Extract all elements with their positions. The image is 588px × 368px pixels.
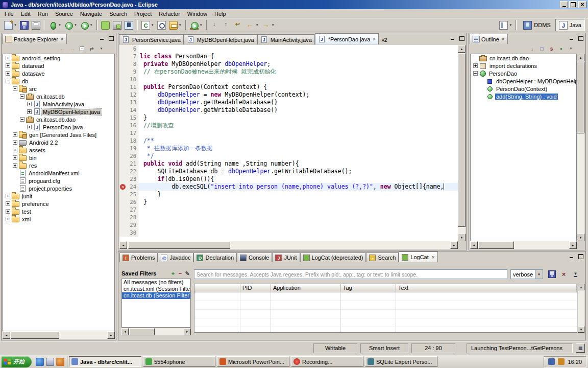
tray-icon-2[interactable] (558, 358, 565, 365)
scroll-right-icon[interactable] (569, 241, 577, 249)
add-filter-button[interactable] (169, 270, 177, 277)
code-line-10[interactable]: 10 (119, 76, 458, 83)
forward-button[interactable] (260, 19, 276, 31)
minimize-view-button[interactable] (568, 253, 575, 260)
expand-icon[interactable]: + (6, 194, 10, 198)
project-item-proguard-cfg[interactable]: proguard.cfg (3, 177, 114, 185)
back-button[interactable] (244, 19, 260, 31)
expand-icon[interactable]: + (27, 102, 32, 106)
external-tools-button[interactable] (188, 19, 204, 31)
outline-item-add-string-string-void[interactable]: add(String, String) : void (471, 93, 576, 100)
code-line-17[interactable]: 17 (119, 129, 458, 137)
view-menu-icon[interactable] (97, 44, 106, 53)
expand-icon[interactable]: + (13, 132, 17, 137)
minimize-view-button[interactable] (568, 35, 575, 42)
project-item-test[interactable]: +test (3, 208, 114, 215)
menu-file[interactable]: File (1, 10, 17, 17)
code-line-12[interactable]: 12 dbOpenHelper = new MyDBOpenHelper(con… (119, 91, 458, 99)
menu-run[interactable]: Run (34, 10, 52, 17)
internet-explorer-icon[interactable] (36, 358, 44, 366)
show-desktop-icon[interactable] (46, 358, 54, 366)
close-tab-icon[interactable] (373, 36, 376, 42)
minimize-editor-button[interactable] (449, 35, 456, 42)
code-line-28[interactable]: 28 (119, 214, 458, 221)
outline-item-import-declarations[interactable]: +import declarations (471, 62, 576, 70)
code-line-14[interactable]: 14 dbOpenHelper.getWritableDatabase() (119, 106, 458, 114)
close-view-icon[interactable] (502, 36, 505, 42)
code-line-21[interactable]: 21 public void add(String name ,String n… (119, 160, 458, 168)
tab-junit[interactable]: JUnit (272, 252, 300, 262)
expand-icon[interactable]: + (6, 63, 10, 68)
code-line-9[interactable]: 9 // 在personDao被new出来的时候 就完成初始化 (119, 68, 458, 76)
log-level-select[interactable]: verbose (510, 269, 543, 279)
android-sdk-manager-button[interactable] (111, 19, 123, 31)
tab-console[interactable]: Console (237, 252, 272, 262)
dropdown-arrow-icon[interactable] (200, 24, 203, 27)
open-type-button[interactable] (156, 19, 167, 31)
menu-search[interactable]: Search (106, 10, 131, 17)
project-item-cn-itcast-db-dao[interactable]: −cn.itcast.db.dao (3, 116, 114, 123)
expand-icon[interactable]: + (6, 56, 10, 60)
scroll-right-icon[interactable] (107, 331, 115, 339)
taskbar-window-5554-iphone[interactable]: 5554:iphone (143, 356, 215, 367)
scroll-down-icon[interactable] (577, 234, 584, 241)
scroll-up-icon[interactable] (577, 54, 584, 61)
edit-filter-button[interactable] (184, 270, 191, 277)
scroll-thumb[interactable] (11, 331, 59, 339)
outline-vertical-scrollbar[interactable] (577, 54, 584, 241)
scroll-left-icon[interactable] (121, 328, 129, 335)
code-line-24[interactable]: 24 db.execSQL("insert into person (name,… (119, 183, 458, 191)
editor-tab-personservice-java[interactable]: PersonService.java (119, 34, 184, 44)
close-view-icon[interactable] (61, 36, 64, 42)
scroll-left-icon[interactable] (470, 241, 478, 249)
scroll-right-icon[interactable] (184, 328, 191, 335)
menu-help[interactable]: Help (211, 10, 230, 17)
view-menu-icon[interactable] (567, 44, 575, 53)
code-line-8[interactable]: 8 private MyDBOpenHelper dbOpenHelper; (119, 60, 458, 68)
editor-tab-mainactivity-java[interactable]: MainActivity.java (257, 34, 315, 44)
code-line-19[interactable]: 19 * 往数据库添加一条数据 (119, 145, 458, 152)
code-line-6[interactable]: 6 (119, 45, 458, 53)
maximize-button[interactable] (569, 1, 577, 8)
logcat-filter-all-messages-no-filters[interactable]: All messages (no filters) (122, 279, 190, 286)
collapse-icon[interactable]: − (473, 71, 478, 76)
dropdown-arrow-icon[interactable] (58, 24, 61, 27)
outline-item-cn-itcast-db-dao[interactable]: cn.itcast.db.dao (471, 54, 576, 62)
code-line-30[interactable]: 30 (119, 229, 458, 237)
project-item-db[interactable]: −db (3, 77, 114, 85)
link-with-editor-icon[interactable] (87, 44, 96, 53)
collapse-all-icon[interactable] (78, 44, 86, 53)
project-item-mydbopenhelper-java[interactable]: +MyDBOpenHelper.java (3, 108, 114, 116)
code-line-29[interactable]: 29 (119, 221, 458, 229)
run-external-button[interactable] (79, 19, 94, 31)
minimize-button[interactable] (560, 1, 568, 8)
outline-item-persondao[interactable]: −PersonDao (471, 70, 576, 77)
scroll-thumb[interactable] (129, 328, 155, 335)
expand-icon[interactable]: + (13, 148, 17, 152)
dropdown-arrow-icon[interactable] (272, 24, 275, 27)
menu-project[interactable]: Project (131, 10, 155, 17)
expand-icon[interactable]: + (13, 163, 17, 168)
project-item-dataread[interactable]: +dataread (3, 62, 114, 70)
project-item-datasave[interactable]: +datasave (3, 70, 114, 77)
code-line-22[interactable]: 22 SQLiteDatabase db = dbOpenHelper.getW… (119, 168, 458, 175)
progress-view-button[interactable] (576, 343, 585, 353)
code-line-18[interactable]: 18 /** (119, 137, 458, 145)
project-item-mainactivity-java[interactable]: +MainActivity.java (3, 100, 114, 108)
scroll-down-icon[interactable] (578, 326, 584, 333)
taskbar-window-recording[interactable]: Recording... (291, 356, 363, 367)
logcat-filter-cn-itcast-xml-session-filter[interactable]: cn.itcast.xml (Session Filter) (122, 286, 190, 292)
project-item-cn-itcast-db[interactable]: −cn.itcast.db (3, 93, 114, 100)
android-virtual-device-manager-button[interactable] (123, 19, 135, 31)
code-line-11[interactable]: 11 public PersonDao(Context context) { (119, 83, 458, 91)
package-explorer-tab[interactable]: Package Explorer (2, 34, 67, 44)
hide-static-members-icon[interactable] (547, 44, 556, 53)
collapse-icon[interactable]: − (20, 117, 24, 122)
new-button[interactable] (3, 19, 18, 31)
scroll-lock-button[interactable] (571, 269, 580, 279)
outline-tab[interactable]: Outline (470, 34, 508, 44)
dropdown-arrow-icon[interactable] (14, 24, 17, 27)
tab-search[interactable]: Search (366, 252, 399, 262)
dropdown-arrow-icon[interactable] (256, 24, 259, 27)
new-java-class-button[interactable] (140, 19, 156, 31)
